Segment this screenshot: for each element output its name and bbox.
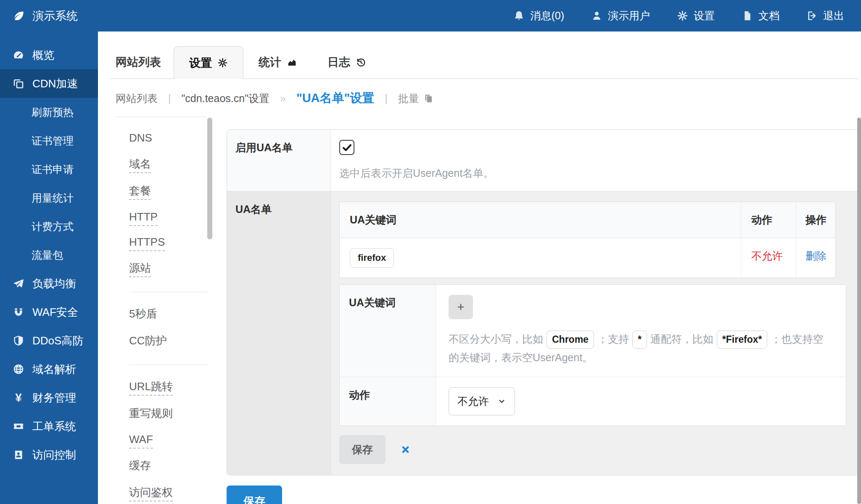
sidebar-item-cert-apply[interactable]: 证书申请 bbox=[0, 155, 98, 184]
settings-nav-group: DNS域名套餐HTTPHTTPS源站 bbox=[129, 131, 207, 292]
history-icon bbox=[356, 57, 366, 68]
top-bar: 演示系统 消息(0)演示用户设置文档退出 bbox=[0, 0, 861, 32]
settings-nav-item-url-redirect[interactable]: URL跳转 bbox=[129, 379, 207, 394]
batch-button[interactable]: 批量 bbox=[398, 92, 433, 105]
sidebar-item-label: DDoS高防 bbox=[32, 333, 83, 348]
topnav-label-settings: 设置 bbox=[694, 9, 715, 23]
topnav-item-logout[interactable]: 退出 bbox=[806, 9, 844, 23]
sidebar-item-usage-stats[interactable]: 用量统计 bbox=[0, 184, 98, 212]
sidebar-item-refresh-prewarm[interactable]: 刷新预热 bbox=[0, 98, 98, 126]
sidebar-item-cdn[interactable]: CDN加速 bbox=[0, 69, 98, 98]
sidebar-item-load-balancer[interactable]: 负载均衡 bbox=[0, 269, 98, 298]
topnav-label-user: 演示用户 bbox=[608, 9, 650, 23]
yen-icon: ¥ bbox=[12, 391, 25, 404]
settings-nav-item-domains[interactable]: 域名 bbox=[129, 157, 207, 171]
action-select[interactable]: 不允许 bbox=[449, 387, 515, 415]
tab-label: 网站列表 bbox=[116, 55, 161, 70]
keyword-help-text: 不区分大小写，比如Chrome；支持*通配符，比如*Firefox*；也支持空的… bbox=[449, 330, 833, 367]
editor-save-button[interactable]: 保存 bbox=[339, 435, 386, 464]
keyword-help-segment: 通配符，比如 bbox=[650, 333, 713, 345]
breadcrumb-site-settings[interactable]: "cdn.teaos.cn"设置 bbox=[182, 92, 270, 105]
keyword-example-code: * bbox=[632, 331, 647, 349]
topnav-label-docs: 文档 bbox=[758, 9, 779, 23]
sidebar-item-label: 财务管理 bbox=[32, 391, 76, 405]
topnav-item-messages[interactable]: 消息(0) bbox=[513, 9, 564, 23]
settings-nav-item-access-auth[interactable]: 访问鉴权 bbox=[129, 485, 207, 500]
check-icon bbox=[341, 142, 353, 153]
editor-keyword-label: UA关键词 bbox=[340, 285, 436, 377]
settings-nav-label: WAF bbox=[129, 433, 153, 449]
settings-nav-item-origins[interactable]: 源站 bbox=[129, 261, 207, 276]
tab-label: 设置 bbox=[189, 55, 212, 71]
tab-sites[interactable]: 网站列表 bbox=[116, 46, 174, 79]
chart-icon bbox=[287, 57, 297, 68]
settings-nav-label: URL跳转 bbox=[129, 380, 173, 396]
sidebar-item-label: CDN加速 bbox=[32, 76, 78, 91]
keyword-example-code: *Firefox* bbox=[717, 331, 768, 349]
sidebar-item-finance[interactable]: ¥财务管理 bbox=[0, 383, 98, 412]
topnav-item-settings[interactable]: 设置 bbox=[677, 9, 715, 23]
close-icon[interactable] bbox=[401, 445, 410, 454]
sidebar-item-overview[interactable]: 概览 bbox=[0, 41, 98, 69]
sidebar-item-waf-security[interactable]: WAF安全 bbox=[0, 298, 98, 326]
copy-icon bbox=[423, 93, 433, 103]
settings-nav-item-rewrite-rules[interactable]: 重写规则 bbox=[129, 406, 207, 421]
settings-nav-item-waf[interactable]: WAF bbox=[129, 433, 207, 446]
settings-nav-label: 重写规则 bbox=[129, 407, 173, 420]
settings-nav-item-cc-protect[interactable]: CC防护 bbox=[129, 333, 207, 348]
breadcrumb-sites[interactable]: 网站列表 bbox=[116, 92, 158, 105]
sidebar-item-billing-method[interactable]: 计费方式 bbox=[0, 212, 98, 241]
topnav: 消息(0)演示用户设置文档退出 bbox=[513, 9, 844, 23]
topnav-item-user[interactable]: 演示用户 bbox=[591, 9, 650, 23]
sidebar-item-label: 证书申请 bbox=[32, 163, 74, 176]
tab-stats[interactable]: 统计 bbox=[243, 46, 312, 79]
clone-icon bbox=[12, 78, 25, 89]
ua-table-header-keyword: UA关键词 bbox=[340, 202, 741, 238]
delete-link[interactable]: 删除 bbox=[806, 250, 827, 262]
topnav-label-logout: 退出 bbox=[823, 9, 844, 23]
tab-label: 日志 bbox=[327, 55, 350, 70]
breadcrumb-separator: | bbox=[168, 92, 171, 105]
ua-settings-form: 启用UA名单 选中后表示开启UserAgent名单。 UA名单 UA关键词动作操… bbox=[227, 117, 858, 504]
ua-keyword-tag: firefox bbox=[350, 248, 394, 268]
sidebar-item-traffic-pack[interactable]: 流量包 bbox=[0, 241, 98, 269]
sidebar-item-cert-manage[interactable]: 证书管理 bbox=[0, 126, 98, 155]
batch-label: 批量 bbox=[398, 92, 419, 105]
gauge-icon bbox=[12, 49, 25, 61]
sidebar-item-dns-resolve[interactable]: 域名解析 bbox=[0, 355, 98, 383]
page-scrollbar[interactable] bbox=[857, 118, 861, 504]
action-select-value: 不允许 bbox=[457, 394, 489, 408]
sidebar-item-label: 访问控制 bbox=[32, 448, 76, 462]
add-keyword-button[interactable]: + bbox=[449, 295, 473, 319]
brand-logo[interactable]: 演示系统 bbox=[13, 8, 78, 24]
settings-nav-item-five-second-shield[interactable]: 5秒盾 bbox=[129, 307, 207, 321]
tab-settings[interactable]: 设置 bbox=[174, 46, 243, 79]
sidebar-item-ddos[interactable]: DDoS高防 bbox=[0, 326, 98, 355]
settings-nav-item-dns[interactable]: DNS bbox=[129, 131, 207, 144]
settings-nav-item-plan[interactable]: 套餐 bbox=[129, 184, 207, 198]
settings-nav-item-cache[interactable]: 缓存 bbox=[129, 458, 207, 473]
breadcrumb-arrow: » bbox=[280, 92, 286, 105]
settings-nav-label: HTTPS bbox=[129, 236, 165, 251]
ua-action-cell: 不允许 bbox=[741, 238, 796, 278]
sidebar-item-access-control[interactable]: 访问控制 bbox=[0, 441, 98, 469]
settings-nav-label: 套餐 bbox=[129, 184, 151, 200]
settings-nav-scrollbar[interactable] bbox=[207, 118, 212, 239]
enable-ua-label: 启用UA名单 bbox=[227, 130, 331, 191]
save-button[interactable]: 保存 bbox=[227, 486, 282, 504]
settings-nav-item-http[interactable]: HTTP bbox=[129, 210, 207, 223]
main-content: 网站列表设置统计日志 网站列表 | "cdn.teaos.cn"设置 » "UA… bbox=[98, 32, 861, 504]
settings-nav-item-https[interactable]: HTTPS bbox=[129, 236, 207, 249]
tab-logs[interactable]: 日志 bbox=[312, 46, 381, 79]
enable-ua-checkbox[interactable] bbox=[339, 140, 354, 155]
sidebar-item-label: 刷新预热 bbox=[32, 105, 74, 119]
ticket-icon bbox=[12, 420, 25, 432]
keyword-help-segment: ；支持 bbox=[597, 333, 629, 345]
sidebar-item-tickets[interactable]: 工单系统 bbox=[0, 412, 98, 441]
topnav-item-docs[interactable]: 文档 bbox=[742, 9, 779, 23]
topnav-label-messages: 消息(0) bbox=[530, 9, 564, 23]
settings-nav-label: 5秒盾 bbox=[129, 307, 157, 320]
magnet-icon bbox=[12, 306, 25, 318]
settings-nav-label: 访问鉴权 bbox=[129, 486, 173, 501]
breadcrumb-current[interactable]: "UA名单"设置 bbox=[296, 90, 374, 107]
